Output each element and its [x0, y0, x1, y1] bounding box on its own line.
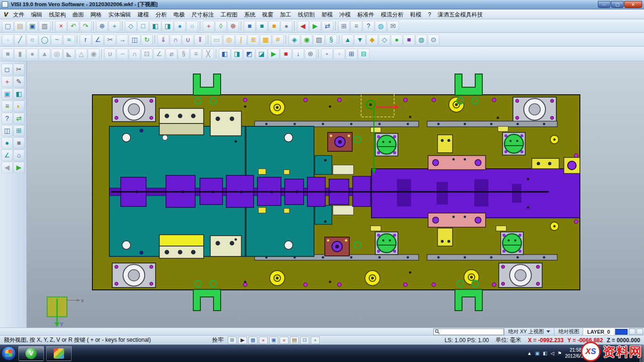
active-color-swatch[interactable]: [615, 329, 627, 335]
quad-bl-icon[interactable]: ◩: [243, 49, 255, 59]
palette-icon[interactable]: ◐: [13, 100, 25, 112]
save-icon[interactable]: ▣: [26, 21, 38, 32]
transform-icon[interactable]: ⇄: [13, 113, 25, 124]
quad-tl-icon[interactable]: ◧: [219, 49, 231, 59]
pencil-icon[interactable]: ✎: [13, 76, 25, 87]
menu-item[interactable]: ?: [425, 11, 435, 18]
active-layer-field[interactable]: LAYER_0: [583, 328, 614, 335]
surface-edit-icon[interactable]: ◧: [13, 88, 25, 99]
shaded-icon[interactable]: ●: [174, 21, 186, 32]
settings-icon[interactable]: ⊛: [305, 49, 316, 59]
shell-icon[interactable]: ⊡: [141, 49, 153, 59]
solid-gold-icon[interactable]: ■: [268, 21, 280, 32]
guide-block[interactable]: [112, 263, 156, 288]
start-button[interactable]: [1, 346, 16, 361]
quad-br-icon[interactable]: ◪: [256, 49, 267, 59]
prev-view-icon[interactable]: ◀: [297, 21, 309, 32]
pyramid-icon[interactable]: △: [75, 49, 87, 59]
union-icon[interactable]: ∪: [104, 49, 116, 59]
search-input[interactable]: [440, 329, 503, 334]
tray-network-icon[interactable]: ◧: [543, 351, 547, 356]
menu-item[interactable]: 线架构: [46, 11, 69, 18]
view-iso-icon[interactable]: ◇: [125, 21, 137, 32]
menu-item[interactable]: 分析: [152, 11, 170, 18]
cursor-icon[interactable]: ▶: [238, 337, 247, 344]
snap-off-icon[interactable]: ×: [259, 337, 268, 344]
abs-view-field[interactable]: 绝对视图: [554, 328, 583, 335]
grid-snap-icon[interactable]: ▦: [248, 337, 257, 344]
query-icon[interactable]: ?: [1, 113, 13, 124]
help-icon[interactable]: ?: [363, 21, 374, 32]
menu-item[interactable]: 尺寸标注: [188, 11, 217, 18]
line-icon[interactable]: ╱: [14, 34, 26, 45]
tube-icon[interactable]: ◉: [88, 49, 99, 59]
solid-blue-icon[interactable]: ■: [244, 21, 256, 32]
export-icon[interactable]: ↓: [292, 49, 304, 59]
surf-sweep-icon[interactable]: ∫: [235, 34, 247, 45]
maximize-button[interactable]: ▢: [611, 1, 624, 8]
sphere-gray-icon[interactable]: ●: [281, 21, 292, 32]
grid-icon[interactable]: ⊞: [338, 21, 350, 32]
cad-canvas[interactable]: x x Y: [27, 61, 644, 328]
plane-lock-icon[interactable]: ▣: [269, 337, 278, 344]
bool-intersect-icon[interactable]: ∩: [129, 49, 140, 59]
rotate-icon[interactable]: ↻: [141, 34, 153, 45]
menu-item[interactable]: 工程图: [217, 11, 241, 18]
guide-block[interactable]: [499, 263, 542, 288]
point-icon[interactable]: ·: [2, 34, 14, 45]
offset-icon[interactable]: ≈: [63, 34, 75, 45]
tool-diamond-icon[interactable]: ◆: [366, 34, 378, 45]
origin-icon[interactable]: ⊕: [227, 21, 239, 32]
intersect-icon[interactable]: ∩: [170, 34, 182, 45]
field-mini-button-1[interactable]: [629, 329, 636, 335]
redo-icon[interactable]: ↷: [80, 21, 91, 32]
pilot-punch-block[interactable]: [325, 237, 349, 256]
sphere-icon[interactable]: ●: [26, 49, 38, 59]
curvature-icon[interactable]: §: [325, 34, 337, 45]
workplane-icon[interactable]: ◊: [215, 21, 227, 32]
sync-views-icon[interactable]: ⇄: [322, 21, 333, 32]
clamp-toggle-icon[interactable]: ⊞: [228, 337, 237, 344]
field-mini-button-2[interactable]: [636, 329, 643, 335]
block-icon[interactable]: ■: [2, 49, 14, 59]
cad-viewport[interactable]: x x Y: [27, 61, 644, 328]
uv-analysis-icon[interactable]: ◈: [289, 34, 300, 45]
torus-icon[interactable]: ◎: [51, 49, 63, 59]
split-icon[interactable]: ╳: [202, 49, 214, 59]
thread-icon[interactable]: §: [178, 49, 190, 59]
mirror-tool-icon[interactable]: ◫: [1, 125, 13, 136]
array-icon[interactable]: ⊞: [13, 125, 25, 136]
forward-arrow-icon[interactable]: ▶: [13, 162, 25, 173]
next-view-icon[interactable]: ▶: [309, 21, 321, 32]
angle-tool-icon[interactable]: ∠: [1, 149, 13, 161]
sphere-tool-icon[interactable]: ●: [1, 137, 13, 148]
menu-item[interactable]: 系统: [241, 11, 259, 18]
guide-block[interactable]: [513, 97, 556, 122]
home-view-icon[interactable]: ⌂: [13, 149, 25, 161]
taskbar-app-visi[interactable]: V: [18, 346, 44, 361]
subtract-icon[interactable]: −: [116, 49, 128, 59]
extend-icon[interactable]: →: [116, 34, 128, 45]
command-search[interactable]: [433, 329, 504, 335]
tray-display-icon[interactable]: ▣: [535, 351, 539, 356]
surf-plane-icon[interactable]: ▭: [211, 34, 223, 45]
tool-globe-icon[interactable]: ◍: [415, 34, 427, 45]
hole-icon[interactable]: ⌀: [165, 49, 177, 59]
tool-down-icon[interactable]: ▼: [354, 34, 366, 45]
menu-item[interactable]: 建模: [134, 11, 152, 18]
mini-b-icon[interactable]: ▫: [333, 49, 345, 59]
mini-a-icon[interactable]: ▪: [321, 49, 333, 59]
wedge-icon[interactable]: ◣: [63, 49, 75, 59]
ellipse-icon[interactable]: ◯: [39, 34, 50, 45]
box-tool-icon[interactable]: ■: [13, 137, 25, 148]
guide-block[interactable]: [112, 97, 156, 122]
menu-item[interactable]: 鞋模: [407, 11, 425, 18]
copy-sheet-icon[interactable]: ▣: [1, 88, 13, 99]
check-icon[interactable]: ◉: [301, 34, 313, 45]
spline-icon[interactable]: ~: [51, 34, 63, 45]
world-icon[interactable]: ◍: [375, 21, 387, 32]
solid-teal-icon[interactable]: ■: [256, 21, 268, 32]
axes-icon[interactable]: ＋: [203, 21, 215, 32]
print-icon[interactable]: ▥: [39, 21, 50, 32]
tray-flag-icon[interactable]: ⚑: [558, 351, 562, 356]
